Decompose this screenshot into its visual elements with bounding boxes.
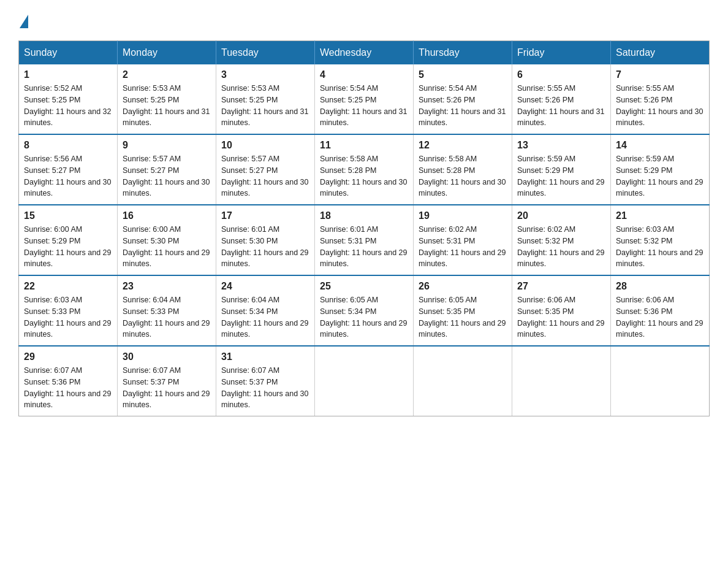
calendar-week-row: 8 Sunrise: 5:56 AM Sunset: 5:27 PM Dayli… (19, 134, 710, 205)
logo-triangle-icon (20, 15, 28, 28)
day-info: Sunrise: 5:58 AM Sunset: 5:28 PM Dayligh… (320, 153, 408, 199)
header-day-saturday: Saturday (611, 41, 710, 65)
day-number: 22 (24, 281, 112, 292)
calendar-week-row: 29 Sunrise: 6:07 AM Sunset: 5:36 PM Dayl… (19, 346, 710, 416)
day-info: Sunrise: 5:55 AM Sunset: 5:26 PM Dayligh… (517, 83, 605, 129)
calendar-cell: 12 Sunrise: 5:58 AM Sunset: 5:28 PM Dayl… (414, 134, 512, 205)
calendar-cell: 17 Sunrise: 6:01 AM Sunset: 5:30 PM Dayl… (216, 205, 315, 275)
day-info: Sunrise: 5:52 AM Sunset: 5:25 PM Dayligh… (24, 83, 112, 129)
day-info: Sunrise: 5:57 AM Sunset: 5:27 PM Dayligh… (221, 153, 309, 199)
calendar-cell: 11 Sunrise: 5:58 AM Sunset: 5:28 PM Dayl… (315, 134, 414, 205)
day-number: 18 (320, 210, 408, 221)
header-day-friday: Friday (512, 41, 611, 65)
calendar-cell: 31 Sunrise: 6:07 AM Sunset: 5:37 PM Dayl… (216, 346, 315, 416)
calendar-table: SundayMondayTuesdayWednesdayThursdayFrid… (18, 40, 710, 416)
day-number: 14 (616, 140, 704, 151)
header-day-thursday: Thursday (414, 41, 512, 65)
page-header (18, 12, 710, 28)
day-info: Sunrise: 6:01 AM Sunset: 5:31 PM Dayligh… (320, 224, 408, 270)
day-number: 5 (419, 69, 507, 80)
day-info: Sunrise: 6:02 AM Sunset: 5:32 PM Dayligh… (517, 224, 605, 270)
day-number: 1 (24, 69, 112, 80)
day-number: 7 (616, 69, 704, 80)
day-number: 6 (517, 69, 605, 80)
day-number: 30 (123, 351, 211, 362)
day-info: Sunrise: 5:55 AM Sunset: 5:26 PM Dayligh… (616, 83, 704, 129)
day-number: 16 (123, 210, 211, 221)
day-info: Sunrise: 5:54 AM Sunset: 5:25 PM Dayligh… (320, 83, 408, 129)
calendar-cell: 25 Sunrise: 6:05 AM Sunset: 5:34 PM Dayl… (315, 275, 414, 346)
day-info: Sunrise: 6:03 AM Sunset: 5:33 PM Dayligh… (24, 294, 112, 340)
day-info: Sunrise: 5:58 AM Sunset: 5:28 PM Dayligh… (419, 153, 507, 199)
day-info: Sunrise: 5:57 AM Sunset: 5:27 PM Dayligh… (123, 153, 211, 199)
day-number: 31 (221, 351, 309, 362)
calendar-cell: 27 Sunrise: 6:06 AM Sunset: 5:35 PM Dayl… (512, 275, 611, 346)
day-info: Sunrise: 6:06 AM Sunset: 5:36 PM Dayligh… (616, 294, 704, 340)
calendar-cell: 2 Sunrise: 5:53 AM Sunset: 5:25 PM Dayli… (118, 64, 216, 134)
calendar-cell: 22 Sunrise: 6:03 AM Sunset: 5:33 PM Dayl… (19, 275, 118, 346)
day-info: Sunrise: 6:01 AM Sunset: 5:30 PM Dayligh… (221, 224, 309, 270)
day-number: 28 (616, 281, 704, 292)
day-info: Sunrise: 6:04 AM Sunset: 5:34 PM Dayligh… (221, 294, 309, 340)
calendar-header: SundayMondayTuesdayWednesdayThursdayFrid… (19, 41, 710, 65)
header-day-tuesday: Tuesday (216, 41, 315, 65)
day-number: 8 (24, 140, 112, 151)
day-info: Sunrise: 5:54 AM Sunset: 5:26 PM Dayligh… (419, 83, 507, 129)
calendar-cell: 28 Sunrise: 6:06 AM Sunset: 5:36 PM Dayl… (611, 275, 710, 346)
header-day-sunday: Sunday (19, 41, 118, 65)
calendar-cell: 5 Sunrise: 5:54 AM Sunset: 5:26 PM Dayli… (414, 64, 512, 134)
day-info: Sunrise: 6:07 AM Sunset: 5:37 PM Dayligh… (123, 365, 211, 411)
calendar-body: 1 Sunrise: 5:52 AM Sunset: 5:25 PM Dayli… (19, 64, 710, 416)
day-number: 24 (221, 281, 309, 292)
day-info: Sunrise: 5:53 AM Sunset: 5:25 PM Dayligh… (221, 83, 309, 129)
day-number: 10 (221, 140, 309, 151)
calendar-cell: 8 Sunrise: 5:56 AM Sunset: 5:27 PM Dayli… (19, 134, 118, 205)
day-number: 21 (616, 210, 704, 221)
logo (18, 12, 28, 28)
day-info: Sunrise: 6:04 AM Sunset: 5:33 PM Dayligh… (123, 294, 211, 340)
calendar-cell: 16 Sunrise: 6:00 AM Sunset: 5:30 PM Dayl… (118, 205, 216, 275)
day-number: 11 (320, 140, 408, 151)
calendar-cell: 21 Sunrise: 6:03 AM Sunset: 5:32 PM Dayl… (611, 205, 710, 275)
day-info: Sunrise: 6:07 AM Sunset: 5:36 PM Dayligh… (24, 365, 112, 411)
calendar-cell: 9 Sunrise: 5:57 AM Sunset: 5:27 PM Dayli… (118, 134, 216, 205)
day-number: 9 (123, 140, 211, 151)
day-info: Sunrise: 6:05 AM Sunset: 5:35 PM Dayligh… (419, 294, 507, 340)
calendar-cell: 18 Sunrise: 6:01 AM Sunset: 5:31 PM Dayl… (315, 205, 414, 275)
day-number: 13 (517, 140, 605, 151)
calendar-cell: 30 Sunrise: 6:07 AM Sunset: 5:37 PM Dayl… (118, 346, 216, 416)
header-day-wednesday: Wednesday (315, 41, 414, 65)
calendar-cell: 26 Sunrise: 6:05 AM Sunset: 5:35 PM Dayl… (414, 275, 512, 346)
calendar-cell (512, 346, 611, 416)
header-day-monday: Monday (118, 41, 216, 65)
header-row: SundayMondayTuesdayWednesdayThursdayFrid… (19, 41, 710, 65)
day-number: 2 (123, 69, 211, 80)
day-info: Sunrise: 5:59 AM Sunset: 5:29 PM Dayligh… (517, 153, 605, 199)
calendar-cell: 3 Sunrise: 5:53 AM Sunset: 5:25 PM Dayli… (216, 64, 315, 134)
calendar-cell: 7 Sunrise: 5:55 AM Sunset: 5:26 PM Dayli… (611, 64, 710, 134)
calendar-cell: 24 Sunrise: 6:04 AM Sunset: 5:34 PM Dayl… (216, 275, 315, 346)
day-info: Sunrise: 6:07 AM Sunset: 5:37 PM Dayligh… (221, 365, 309, 411)
day-info: Sunrise: 6:06 AM Sunset: 5:35 PM Dayligh… (517, 294, 605, 340)
day-info: Sunrise: 6:00 AM Sunset: 5:30 PM Dayligh… (123, 224, 211, 270)
calendar-week-row: 22 Sunrise: 6:03 AM Sunset: 5:33 PM Dayl… (19, 275, 710, 346)
day-number: 4 (320, 69, 408, 80)
day-number: 29 (24, 351, 112, 362)
calendar-cell: 20 Sunrise: 6:02 AM Sunset: 5:32 PM Dayl… (512, 205, 611, 275)
calendar-cell: 6 Sunrise: 5:55 AM Sunset: 5:26 PM Dayli… (512, 64, 611, 134)
calendar-cell: 29 Sunrise: 6:07 AM Sunset: 5:36 PM Dayl… (19, 346, 118, 416)
day-info: Sunrise: 5:59 AM Sunset: 5:29 PM Dayligh… (616, 153, 704, 199)
day-number: 15 (24, 210, 112, 221)
day-info: Sunrise: 5:53 AM Sunset: 5:25 PM Dayligh… (123, 83, 211, 129)
calendar-week-row: 1 Sunrise: 5:52 AM Sunset: 5:25 PM Dayli… (19, 64, 710, 134)
day-number: 26 (419, 281, 507, 292)
day-info: Sunrise: 6:05 AM Sunset: 5:34 PM Dayligh… (320, 294, 408, 340)
day-number: 20 (517, 210, 605, 221)
calendar-cell: 19 Sunrise: 6:02 AM Sunset: 5:31 PM Dayl… (414, 205, 512, 275)
day-info: Sunrise: 6:02 AM Sunset: 5:31 PM Dayligh… (419, 224, 507, 270)
calendar-cell: 10 Sunrise: 5:57 AM Sunset: 5:27 PM Dayl… (216, 134, 315, 205)
calendar-week-row: 15 Sunrise: 6:00 AM Sunset: 5:29 PM Dayl… (19, 205, 710, 275)
day-number: 3 (221, 69, 309, 80)
day-info: Sunrise: 6:03 AM Sunset: 5:32 PM Dayligh… (616, 224, 704, 270)
day-number: 17 (221, 210, 309, 221)
